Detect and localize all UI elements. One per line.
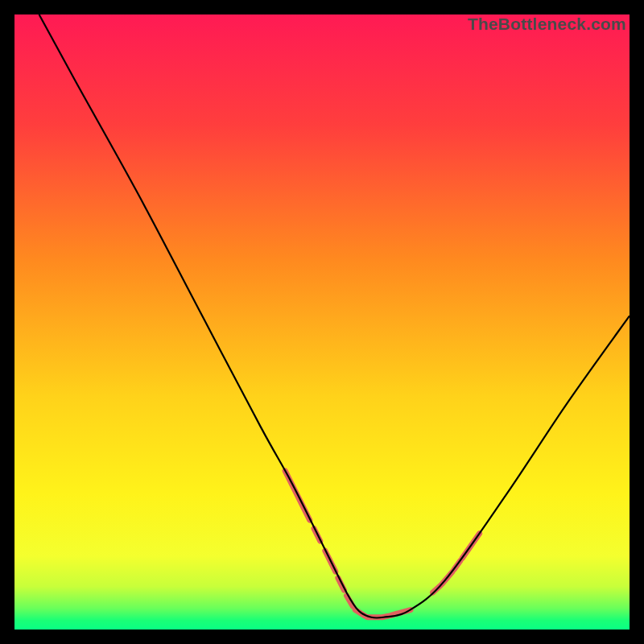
gradient-background <box>14 14 630 630</box>
chart-plot <box>14 14 630 630</box>
chart-frame: TheBottleneck.com <box>14 14 630 630</box>
watermark-label: TheBottleneck.com <box>468 14 626 34</box>
